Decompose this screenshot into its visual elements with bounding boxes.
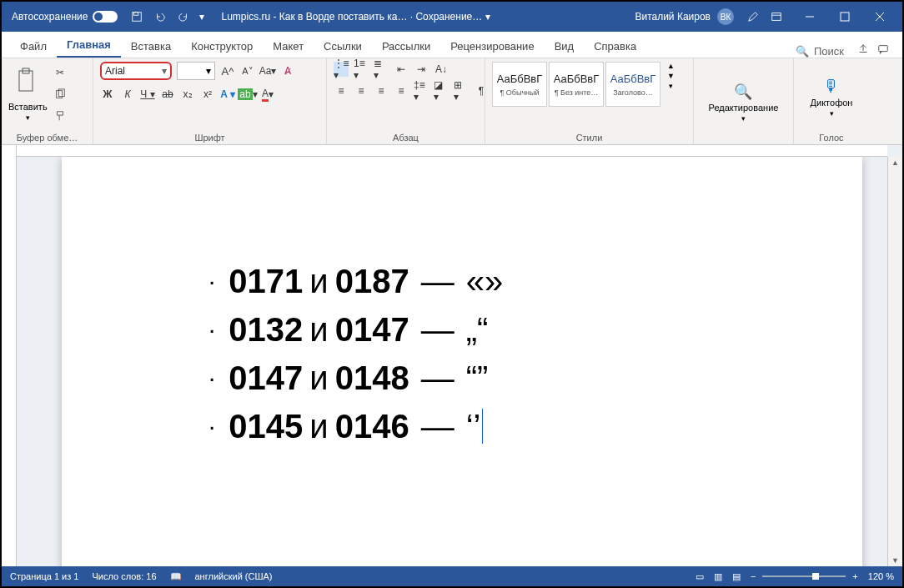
mic-icon: 🎙	[823, 77, 840, 96]
outdent-icon[interactable]: ⇤	[394, 62, 409, 77]
tab-review[interactable]: Рецензирование	[440, 35, 544, 58]
styles-up[interactable]: ▲	[667, 62, 675, 70]
comments-icon[interactable]	[877, 43, 889, 58]
style-heading[interactable]: АаБбВвГЗаголово…	[605, 62, 660, 107]
font-color-icon[interactable]: A▾	[260, 87, 275, 102]
tab-help[interactable]: Справка	[584, 35, 646, 58]
status-bar: Страница 1 из 1 Число слов: 16 📖 английс…	[2, 566, 902, 586]
multilevel-icon[interactable]: ≣ ▾	[374, 62, 389, 77]
list-item[interactable]: 0132и0147—„“	[162, 305, 829, 354]
justify-icon[interactable]: ≡	[394, 83, 409, 98]
proofing-icon[interactable]: 📖	[170, 571, 182, 582]
zoom-in-icon[interactable]: +	[852, 571, 857, 581]
list-item[interactable]: 0145и0146—‘’	[162, 402, 829, 450]
underline-icon[interactable]: Ч ▾	[140, 87, 155, 102]
view-print-icon[interactable]: ▥	[714, 571, 722, 582]
highlight-icon[interactable]: ab▾	[240, 87, 255, 102]
italic-icon[interactable]: К	[120, 87, 135, 102]
editing-button[interactable]: 🔍 Редактирование ▾	[709, 83, 779, 123]
status-lang[interactable]: английский (США)	[195, 571, 273, 581]
titlebar: Автосохранение ▾ Lumpics.ru - Как в Ворд…	[2, 2, 902, 32]
status-page[interactable]: Страница 1 из 1	[10, 571, 78, 581]
tab-insert[interactable]: Вставка	[121, 35, 181, 58]
pen-icon[interactable]	[746, 9, 761, 24]
view-read-icon[interactable]: ▭	[696, 571, 704, 582]
group-paragraph-label: Абзац	[334, 133, 478, 143]
align-right-icon[interactable]: ≡	[374, 83, 389, 98]
spacing-icon[interactable]: ‡≡ ▾	[414, 83, 429, 98]
font-name-input[interactable]: Arial▾	[100, 62, 172, 80]
window-title: Lumpics.ru - Как в Ворде поставить ка… ·…	[221, 11, 635, 23]
tab-layout[interactable]: Макет	[263, 35, 314, 58]
avatar: ВК	[717, 8, 734, 25]
status-words[interactable]: Число слов: 16	[92, 571, 156, 581]
shading-icon[interactable]: ◪ ▾	[434, 83, 449, 98]
user-block[interactable]: Виталий Каиров ВК	[635, 8, 734, 25]
share-icon[interactable]	[857, 43, 869, 58]
style-nospacing[interactable]: АаБбВвГ¶ Без инте…	[549, 62, 604, 107]
window-icon[interactable]	[769, 9, 784, 24]
vertical-scrollbar[interactable]: ▲▼	[887, 157, 902, 566]
styles-more[interactable]: ▾	[669, 82, 673, 90]
indent-icon[interactable]: ⇥	[414, 62, 429, 77]
tab-mailings[interactable]: Рассылки	[372, 35, 440, 58]
list-item[interactable]: 0147и0148—“”	[162, 354, 829, 402]
group-styles-label: Стили	[492, 133, 686, 143]
group-voice-label: Голос	[801, 133, 862, 143]
numbering-icon[interactable]: 1≡ ▾	[354, 62, 369, 77]
group-font-label: Шрифт	[100, 133, 319, 143]
cut-icon[interactable]: ✂	[53, 65, 68, 80]
list-item[interactable]: 0171и0187—«»	[162, 257, 829, 305]
align-left-icon[interactable]: ≡	[334, 83, 349, 98]
shrink-font-icon[interactable]: A˅	[240, 63, 255, 78]
horizontal-ruler[interactable]	[17, 145, 887, 157]
format-painter-icon[interactable]	[53, 108, 68, 123]
change-case-icon[interactable]: Aa▾	[260, 63, 275, 78]
style-normal[interactable]: АаБбВвГ¶ Обычный	[492, 62, 547, 107]
tab-design[interactable]: Конструктор	[181, 35, 263, 58]
tab-home[interactable]: Главная	[57, 33, 121, 58]
qa-more[interactable]: ▾	[199, 11, 204, 23]
maximize-button[interactable]	[827, 2, 862, 32]
document-area: 0171и0187—«»0132и0147—„“0147и0148—“”0145…	[2, 145, 902, 566]
tell-me-search[interactable]: 🔍 Поиск	[787, 45, 852, 58]
styles-down[interactable]: ▼	[667, 72, 675, 80]
search-label: Поиск	[814, 45, 844, 58]
subscript-icon[interactable]: x₂	[180, 87, 195, 102]
zoom-slider[interactable]: − +	[751, 571, 858, 581]
dictate-button[interactable]: 🎙 Диктофон ▾	[811, 77, 853, 118]
zoom-level[interactable]: 120 %	[868, 571, 894, 581]
clear-format-icon[interactable]: A̷	[280, 63, 295, 78]
tab-references[interactable]: Ссылки	[314, 35, 372, 58]
minimize-button[interactable]	[792, 2, 827, 32]
svg-rect-5	[841, 13, 849, 21]
redo-icon[interactable]	[176, 9, 191, 24]
document-page[interactable]: 0171и0187—«»0132и0147—„“0147и0148—“”0145…	[62, 157, 862, 566]
copy-icon[interactable]	[53, 87, 68, 102]
window-controls	[792, 2, 897, 32]
font-size-input[interactable]: ▾	[177, 62, 215, 80]
text-effects-icon[interactable]: A ▾	[220, 87, 235, 102]
tab-view[interactable]: Вид	[545, 35, 585, 58]
bold-icon[interactable]: Ж	[100, 87, 115, 102]
svg-rect-8	[879, 46, 888, 52]
undo-icon[interactable]	[153, 9, 168, 24]
view-web-icon[interactable]: ▤	[732, 571, 741, 582]
borders-icon[interactable]: ⊞ ▾	[454, 83, 469, 98]
autosave-toggle[interactable]: Автосохранение	[12, 11, 118, 23]
superscript-icon[interactable]: x²	[200, 87, 215, 102]
bullets-icon[interactable]: ⋮≡ ▾	[334, 62, 349, 77]
close-button[interactable]	[862, 2, 897, 32]
paste-button[interactable]: Вставить ▾	[8, 62, 48, 122]
strike-icon[interactable]: ab	[160, 87, 175, 102]
ribbon-tabs: Файл Главная Вставка Конструктор Макет С…	[2, 32, 902, 58]
tab-file[interactable]: Файл	[10, 35, 57, 58]
align-center-icon[interactable]: ≡	[354, 83, 369, 98]
find-icon: 🔍	[734, 83, 752, 101]
grow-font-icon[interactable]: A^	[220, 63, 235, 78]
vertical-ruler[interactable]	[2, 145, 17, 566]
zoom-out-icon[interactable]: −	[751, 571, 756, 581]
toggle-switch[interactable]	[93, 11, 118, 23]
save-icon[interactable]	[129, 9, 144, 24]
sort-icon[interactable]: A↓	[434, 62, 449, 77]
